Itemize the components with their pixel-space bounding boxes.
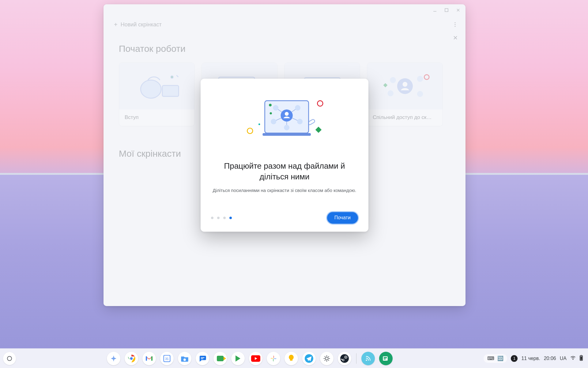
- launcher-button[interactable]: [3, 352, 16, 365]
- svg-text:31: 31: [165, 357, 169, 360]
- modal-primary-button[interactable]: Почати: [327, 212, 358, 224]
- shelf-app-assistant[interactable]: [107, 352, 120, 365]
- svg-point-40: [269, 104, 272, 106]
- ime-icon: 🈁: [497, 356, 503, 361]
- svg-point-62: [366, 359, 367, 361]
- shelf-app-gmail[interactable]: [142, 352, 156, 365]
- svg-marker-42: [111, 355, 116, 362]
- shelf-app-play-store[interactable]: [231, 352, 245, 365]
- svg-point-23: [258, 124, 260, 125]
- step-dot[interactable]: [211, 217, 213, 219]
- step-dot[interactable]: [223, 217, 226, 219]
- ime-pill[interactable]: ⌨ 🈁: [484, 354, 507, 363]
- battery-icon: [579, 355, 583, 362]
- shelf-app-keep[interactable]: [285, 352, 298, 365]
- svg-point-35: [273, 105, 278, 111]
- svg-rect-47: [151, 356, 153, 361]
- step-dot[interactable]: [217, 217, 220, 219]
- shelf-date: 11 черв.: [521, 356, 540, 361]
- svg-rect-27: [262, 133, 311, 136]
- wifi-icon: [570, 356, 576, 361]
- shelf-app-steam[interactable]: [338, 352, 351, 365]
- shelf-apps: 31: [16, 352, 484, 365]
- meet-icon: [217, 356, 224, 361]
- svg-rect-52: [201, 358, 203, 359]
- notification-count-badge[interactable]: 1: [511, 355, 518, 362]
- svg-point-41: [270, 112, 272, 114]
- svg-rect-63: [383, 356, 388, 360]
- step-dot-active[interactable]: [229, 217, 232, 219]
- svg-rect-65: [384, 358, 386, 359]
- svg-point-38: [297, 119, 303, 124]
- svg-point-34: [285, 112, 289, 116]
- shelf-app-projector[interactable]: [379, 352, 393, 365]
- shelf-app-calendar[interactable]: 31: [160, 352, 174, 365]
- shelf-app-photos[interactable]: [267, 352, 280, 365]
- svg-point-60: [345, 357, 347, 358]
- shelf-divider: [356, 353, 356, 364]
- shelf-app-meet[interactable]: [213, 352, 227, 365]
- onboarding-modal: Працюйте разом над файлами й діліться ни…: [201, 79, 368, 232]
- play-store-icon: [236, 355, 240, 362]
- svg-point-50: [183, 358, 186, 361]
- shelf-locale: UA: [560, 356, 567, 361]
- shelf-app-files[interactable]: [178, 352, 191, 365]
- svg-rect-51: [201, 357, 205, 358]
- svg-point-39: [284, 125, 289, 130]
- svg-point-21: [317, 101, 323, 106]
- svg-rect-55: [290, 361, 292, 362]
- shelf-app-screencast[interactable]: [361, 352, 375, 365]
- svg-point-66: [573, 359, 573, 360]
- svg-rect-64: [384, 357, 387, 358]
- shelf-status-area[interactable]: ⌨ 🈁 1 11 черв. 20:06 UA: [484, 354, 585, 363]
- shelf-app-telegram[interactable]: [302, 352, 316, 365]
- shelf: 31: [0, 348, 588, 368]
- screencast-app-window: + Новий скрінкаст Початок роботи Вступ: [104, 4, 466, 306]
- svg-rect-24: [315, 127, 322, 133]
- svg-rect-69: [581, 356, 582, 360]
- shelf-app-chrome[interactable]: [125, 352, 138, 365]
- modal-subtitle: Діліться посиланнями на скрінкасти зі св…: [211, 188, 358, 193]
- modal-illustration: [211, 89, 358, 153]
- modal-step-dots: [211, 217, 232, 219]
- shelf-app-messages[interactable]: [196, 352, 209, 365]
- modal-title: Працюйте разом над файлами й діліться ни…: [211, 161, 358, 182]
- keyboard-icon: ⌨: [487, 356, 494, 361]
- svg-point-37: [271, 119, 276, 124]
- svg-rect-46: [146, 356, 147, 361]
- svg-point-36: [295, 105, 300, 111]
- svg-point-22: [247, 128, 253, 134]
- launcher-icon: [7, 356, 12, 361]
- svg-rect-68: [581, 355, 582, 356]
- shelf-time: 20:06: [544, 356, 556, 361]
- svg-point-57: [326, 357, 328, 360]
- shelf-app-settings[interactable]: [320, 352, 334, 365]
- shelf-app-youtube[interactable]: [249, 352, 262, 365]
- svg-point-58: [340, 354, 349, 363]
